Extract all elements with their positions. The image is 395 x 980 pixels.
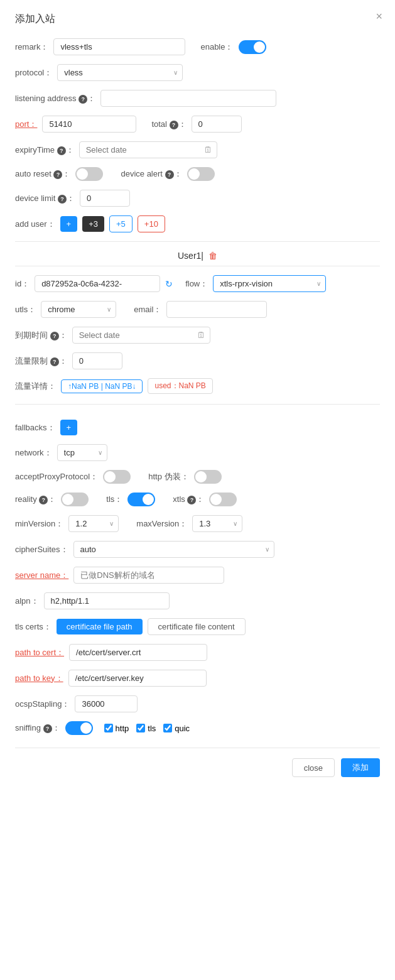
protocol-label: protocol：	[15, 67, 52, 79]
expiry-time-row: expiryTime ?： 🗓	[15, 141, 380, 158]
auto-reset-toggle[interactable]	[75, 167, 103, 181]
add-user-plus-button[interactable]: +	[60, 216, 78, 232]
sniffing-toggle[interactable]	[65, 721, 93, 735]
footer-row: close 添加	[15, 748, 380, 777]
max-version-select[interactable]: 1.3	[192, 515, 242, 532]
enable-label: enable：	[200, 41, 233, 53]
cipher-suites-row: cipherSuites： auto ∨	[15, 541, 380, 558]
network-row: network： tcp ∨	[15, 444, 380, 461]
utls-row: utls： chrome ∨ email：	[15, 301, 380, 318]
id-input[interactable]	[35, 275, 160, 292]
add-user-plus3-button[interactable]: +3	[82, 216, 104, 232]
tls-certs-label: tls certs：	[15, 621, 51, 633]
listening-address-help-icon: ?	[78, 95, 87, 104]
add-user-plus10-button[interactable]: +10	[138, 215, 165, 232]
email-input[interactable]	[166, 301, 267, 318]
accept-proxy-label: acceptProxyProtocol：	[15, 471, 98, 482]
server-name-input[interactable]	[73, 567, 224, 584]
reality-help-icon: ?	[39, 496, 48, 504]
cipher-suites-label: cipherSuites：	[15, 544, 68, 555]
total-help-icon: ?	[170, 121, 178, 129]
listening-address-label: listening address ?：	[15, 93, 95, 104]
ocsp-label: ocspStapling：	[15, 699, 70, 710]
network-label: network：	[15, 447, 52, 459]
port-input[interactable]	[42, 116, 136, 133]
user-header: User1| 🗑	[15, 251, 380, 266]
server-name-label: server name：	[15, 570, 68, 581]
auto-reset-label: auto reset ?：	[15, 168, 70, 180]
auto-reset-help-icon: ?	[53, 170, 62, 179]
trash-icon[interactable]: 🗑	[208, 251, 217, 261]
tls-certs-row: tls certs： certificate file path certifi…	[15, 618, 380, 635]
remark-input[interactable]	[53, 38, 185, 55]
network-select[interactable]: tcp	[57, 444, 107, 461]
path-to-key-label: path to key：	[15, 673, 63, 684]
remark-label: remark：	[15, 41, 48, 53]
close-icon[interactable]: ×	[376, 10, 382, 23]
add-button[interactable]: 添加	[341, 758, 380, 777]
reality-toggle[interactable]	[61, 493, 89, 506]
alpn-input[interactable]	[44, 592, 170, 609]
total-label: total ?：	[151, 119, 186, 130]
enable-toggle[interactable]	[239, 40, 266, 54]
ocsp-input[interactable]	[75, 695, 138, 712]
fallbacks-add-button[interactable]: +	[60, 420, 78, 435]
cipher-suites-select[interactable]: auto	[73, 541, 274, 558]
sniffing-quic-checkbox[interactable]	[163, 724, 172, 732]
traffic-detail-row: 流量详情： ↑NaN PB | NaN PB↓ used：NaN PB	[15, 378, 380, 394]
expiry-time-help-icon: ?	[57, 146, 66, 155]
remark-row: remark： enable：	[15, 38, 380, 55]
version-row: minVersion： 1.2 ∨ maxVersion： 1.3 ∨	[15, 515, 380, 532]
path-to-key-row: path to key：	[15, 670, 380, 687]
reality-tls-row: reality ?： tls： xtls ?：	[15, 493, 380, 506]
traffic-detail-button[interactable]: ↑NaN PB | NaN PB↓	[61, 379, 143, 393]
accept-proxy-toggle[interactable]	[103, 470, 131, 484]
auto-reset-row: auto reset ?： device alert ?：	[15, 167, 380, 181]
traffic-limit-input[interactable]	[72, 352, 122, 369]
traffic-limit-row: 流量限制 ?：	[15, 352, 380, 369]
close-button[interactable]: close	[292, 758, 335, 777]
sniffing-http-label: http	[116, 724, 129, 733]
utls-select-wrapper: chrome ∨	[41, 301, 116, 318]
xtls-toggle[interactable]	[209, 493, 237, 506]
xtls-help-icon: ?	[187, 496, 196, 504]
path-to-key-input[interactable]	[68, 670, 207, 687]
user-expiry-row: 到期时间 ?： 🗓	[15, 327, 380, 344]
device-limit-label: device limit ?：	[15, 193, 75, 204]
sniffing-checkboxes: http tls quic	[104, 724, 190, 733]
user-expiry-help-icon: ?	[50, 332, 59, 340]
flow-select[interactable]: xtls-rprx-vision	[213, 275, 326, 292]
total-input[interactable]	[192, 116, 242, 133]
tls-cert-file-path-button[interactable]: certificate file path	[57, 619, 143, 634]
user-expiry-date-input[interactable]	[72, 327, 210, 344]
path-to-cert-input[interactable]	[69, 644, 207, 661]
device-limit-row: device limit ?：	[15, 190, 380, 207]
utls-label: utls：	[15, 304, 36, 315]
tls-cert-file-content-button[interactable]: certificate file content	[148, 618, 246, 635]
port-label: port：	[15, 119, 37, 130]
alpn-label: alpn：	[15, 596, 39, 607]
sniffing-tls-checkbox[interactable]	[136, 724, 145, 732]
expiry-time-label: expiryTime ?：	[15, 144, 74, 156]
utls-select[interactable]: chrome	[41, 301, 116, 318]
tls-toggle[interactable]	[127, 493, 155, 506]
min-version-select[interactable]: 1.2	[68, 515, 119, 532]
http-disguise-toggle[interactable]	[194, 470, 222, 484]
traffic-used-badge: used：NaN PB	[148, 378, 212, 394]
tls-label: tls：	[106, 494, 122, 505]
sniffing-tls-checkbox-item: tls	[136, 724, 156, 733]
sniffing-tls-label: tls	[148, 724, 156, 733]
user-expiry-date-wrapper: 🗓	[72, 327, 210, 344]
sniffing-label: sniffing ?：	[15, 722, 60, 734]
add-user-plus5-button[interactable]: +5	[109, 215, 133, 232]
device-alert-toggle[interactable]	[187, 167, 215, 181]
device-limit-input[interactable]	[80, 190, 130, 207]
listening-address-input[interactable]	[100, 90, 276, 107]
server-name-row: server name：	[15, 567, 380, 584]
sniffing-http-checkbox[interactable]	[104, 724, 113, 732]
expiry-date-wrapper: 🗓	[79, 141, 217, 158]
refresh-icon[interactable]: ↻	[165, 279, 173, 289]
sniffing-help-icon: ?	[43, 724, 52, 733]
expiry-date-input[interactable]	[79, 141, 217, 158]
protocol-select[interactable]: vless	[57, 64, 183, 81]
